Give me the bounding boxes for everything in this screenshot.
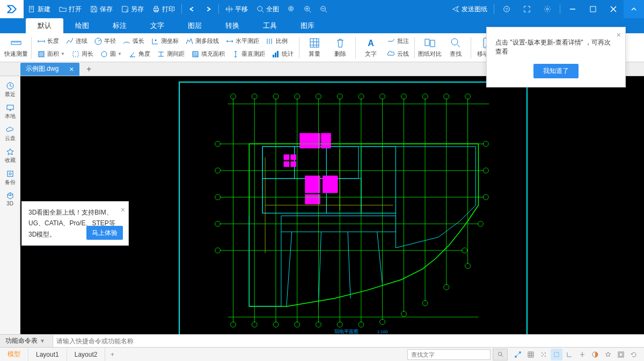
saveas-button[interactable]: 另存 [117,0,148,18]
regen-toggle-icon[interactable] [628,349,640,360]
annotate-button[interactable]: 批注 [384,35,412,47]
svg-point-108 [545,352,546,353]
maximize-button[interactable] [583,0,603,18]
sidebar-recent[interactable]: 最近 [1,79,19,100]
sidebar-local[interactable]: 本地 [1,101,19,122]
new-button[interactable]: 新建 [24,0,55,18]
lineweight-toggle-icon[interactable] [576,349,588,360]
file-tab-close-icon[interactable]: × [69,65,74,73]
svg-point-11 [546,8,548,10]
circle-button[interactable]: 圆▼ [97,48,125,60]
ortho-toggle-icon[interactable] [551,349,562,360]
favorite-toggle-icon[interactable] [602,349,614,360]
find-text-input[interactable] [407,349,491,360]
model-tab[interactable]: 模型 [0,348,28,361]
svg-rect-23 [310,39,319,47]
snap-endpoint-icon[interactable] [512,349,524,360]
grid-toggle-icon[interactable] [525,349,537,360]
layout2-tab[interactable]: Layout2 [67,348,106,361]
svg-point-84 [444,284,449,290]
svg-point-90 [483,141,488,146]
popup-3d-try-button[interactable]: 马上体验 [86,226,123,240]
sidebar-backup[interactable]: 备份 [1,167,19,188]
fillarea-button[interactable]: 填充面积 [188,48,228,60]
area-button[interactable]: 面积▼ [34,48,68,60]
find-text-button[interactable] [493,349,508,360]
popup-tip-ok-button[interactable]: 我知道了 [533,64,579,78]
menu-tab-convert[interactable]: 转换 [214,18,251,33]
coord-button[interactable]: 测坐标 [148,35,182,47]
snap-toggle-icon[interactable] [538,349,550,360]
svg-point-4 [258,6,262,11]
zoom-out-button[interactable] [316,0,332,18]
fullscreen-button[interactable] [517,0,537,18]
sidebar-fav[interactable]: 收藏 [1,145,19,166]
svg-point-69 [337,322,342,327]
popup-3d-close-icon[interactable]: × [121,204,125,217]
menu-tab-layer[interactable]: 图层 [176,18,214,33]
svg-point-27 [451,39,458,45]
close-button[interactable] [603,0,624,18]
stats-button[interactable]: 统计 [268,48,297,60]
add-layout-button[interactable]: + [105,348,119,361]
radius-button[interactable]: 半径 [91,35,119,47]
sidebar-3d[interactable]: 3D [1,189,19,209]
svg-point-62 [295,94,300,99]
menu-tab-default[interactable]: 默认 [26,18,63,33]
svg-point-65 [316,94,321,99]
settings-button[interactable] [537,0,558,18]
angle-button[interactable]: 角度 [125,48,153,60]
collapse-ribbon-button[interactable] [624,0,644,18]
svg-point-53 [231,94,236,99]
add-file-tab-button[interactable]: + [83,63,96,76]
settings-toggle-icon[interactable] [615,349,627,360]
menu-tab-annotate[interactable]: 标注 [101,18,138,33]
print-button[interactable]: 打印 [148,0,179,18]
layout1-tab[interactable]: Layout1 [28,348,67,361]
cloud-button[interactable]: 云线 [384,48,412,60]
calc-button[interactable]: 算量 [302,33,327,62]
command-bar-label[interactable]: 功能命令表▼ [0,335,53,347]
pan-button[interactable]: 平移 [221,0,252,18]
open-button[interactable]: 打开 [55,0,86,18]
send-drawing-button[interactable]: 发送图纸 [448,0,492,18]
svg-point-15 [155,39,157,41]
ratio-button[interactable]: 比例 [262,35,291,47]
delete-button[interactable]: 删除 [327,33,353,62]
perimeter-button[interactable]: 周长 [68,48,97,60]
polar-toggle-icon[interactable] [564,349,575,360]
continuous-button[interactable]: 连续 [62,35,91,47]
minimize-button[interactable] [562,0,583,18]
zoom-window-button[interactable] [283,0,299,18]
menu-tab-tools[interactable]: 工具 [251,18,289,33]
zoom-in-button[interactable] [299,0,316,18]
undo-button[interactable] [184,0,200,18]
popup-tip-close-icon[interactable]: × [617,31,621,39]
zoom-extents-button[interactable]: 全图 [252,0,283,18]
status-bar: 模型 Layout1 Layout2 + [0,347,644,361]
svg-point-33 [9,173,11,175]
color-toggle-icon[interactable] [589,349,601,360]
arc-button[interactable]: 弧长 [119,35,148,47]
multiline-button[interactable]: 测多段线 [182,35,222,47]
vmeasure-button[interactable]: 垂直测距 [228,48,268,60]
menu-tab-library[interactable]: 图库 [289,18,326,33]
hmeasure-button[interactable]: 水平测距 [222,35,262,47]
quick-measure-button[interactable]: 快速测量 [3,33,29,62]
text-button[interactable]: A文字 [358,33,384,62]
drawing-frame: 弱电平面图 1:100 [179,82,528,334]
find-button[interactable]: 查找 [443,33,469,62]
length-button[interactable]: 长度 [34,35,62,47]
help-button[interactable]: ? [496,0,517,18]
menu-tab-text[interactable]: 文字 [138,18,176,33]
sidebar-cloud[interactable]: 云盘 [1,123,19,144]
distance-button[interactable]: 测间距 [153,48,188,60]
save-button[interactable]: 保存 [86,0,117,18]
file-tab-active[interactable]: 示例图.dwg × [20,63,79,76]
redo-button[interactable] [200,0,216,18]
svg-point-104 [498,352,502,356]
compare-button[interactable]: 图纸对比 [417,33,443,62]
command-input[interactable] [53,337,644,345]
svg-point-78 [401,311,406,316]
menu-tab-draw[interactable]: 绘图 [63,18,101,33]
